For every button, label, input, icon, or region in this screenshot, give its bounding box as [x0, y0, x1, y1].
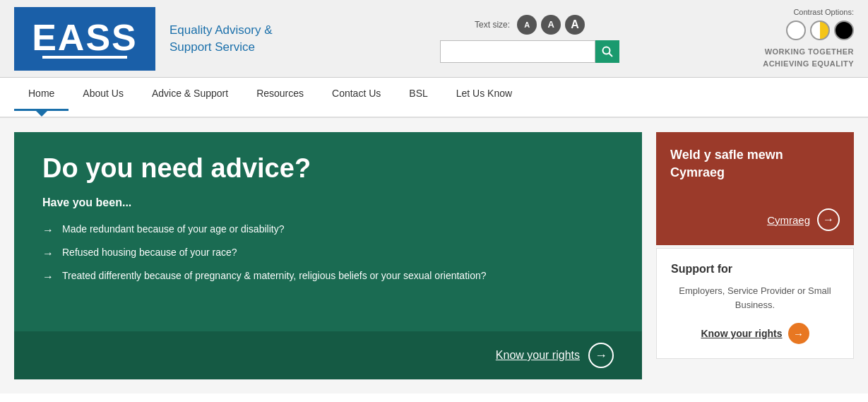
nav-item-resources[interactable]: Resources — [242, 78, 318, 117]
hero-list-item-2-text: Refused housing because of your race? — [62, 247, 237, 258]
svg-point-0 — [603, 47, 610, 54]
arrow-icon-2: → — [42, 247, 54, 260]
text-size-medium-button[interactable]: A — [541, 15, 561, 35]
hero-list-item-3-text: Treated differently because of pregnancy… — [62, 270, 487, 281]
nav-item-advice[interactable]: Advice & Support — [138, 78, 242, 117]
hero-list-item-1: → Made redundant because of your age or … — [42, 223, 614, 237]
nav-item-about[interactable]: About Us — [69, 78, 138, 117]
site-header: EASS Equality Advisory & Support Service… — [0, 0, 868, 78]
text-size-label: Text size: — [475, 20, 510, 30]
welsh-link[interactable]: Cymraeg — [767, 214, 810, 226]
working-together: WORKING TOGETHER ACHIEVING EQUALITY — [763, 46, 854, 69]
welsh-link-row: Cymraeg → — [670, 208, 840, 231]
org-name: Equality Advisory & Support Service — [155, 22, 311, 56]
org-name-line2: Support Service — [170, 40, 255, 54]
hero-subtitle: Have you been... — [42, 196, 614, 209]
nav-item-bsl[interactable]: BSL — [395, 78, 441, 117]
hero-list-item-3: → Treated differently because of pregnan… — [42, 270, 614, 283]
nav-link-about[interactable]: About Us — [69, 78, 138, 109]
nav-item-home[interactable]: Home — [14, 78, 69, 117]
know-rights-link[interactable]: Know your rights — [496, 349, 580, 362]
working-together-line1: WORKING TOGETHER — [765, 47, 854, 56]
support-description: Employers, Service Provider or Small Bus… — [671, 284, 839, 312]
contrast-black-button[interactable] — [834, 20, 854, 40]
contrast-white-button[interactable] — [786, 20, 806, 40]
text-size-large-button[interactable]: A — [565, 15, 585, 35]
support-block: Support for Employers, Service Provider … — [656, 248, 854, 359]
support-know-rights-link[interactable]: Know your rights — [701, 328, 782, 339]
search-row — [440, 40, 619, 63]
contrast-label: Contrast Options: — [793, 8, 854, 16]
support-circle-arrow[interactable]: → — [788, 323, 809, 344]
arrow-icon-3: → — [42, 271, 54, 283]
main-wrapper: Do you need advice? Have you been... → M… — [0, 118, 868, 394]
working-together-line2: ACHIEVING EQUALITY — [763, 59, 854, 68]
support-link-row: Know your rights → — [671, 323, 839, 344]
header-center: Text size: A A A — [311, 15, 749, 63]
nav-link-bsl[interactable]: BSL — [395, 78, 441, 109]
org-name-line1: Equality Advisory & — [170, 23, 273, 37]
logo-text: EASS — [32, 19, 138, 56]
nav-link-home[interactable]: Home — [14, 78, 69, 111]
text-size-row: Text size: A A A — [475, 15, 585, 35]
text-size-small-button[interactable]: A — [517, 15, 537, 35]
hero-footer: Know your rights → — [14, 331, 642, 379]
sidebar: Weld y safle mewn Cymraeg Cymraeg → Supp… — [656, 132, 854, 379]
nav-item-contact[interactable]: Contact Us — [318, 78, 395, 117]
arrow-icon-1: → — [42, 224, 54, 237]
search-icon — [602, 46, 613, 57]
hero-list-item-1-text: Made redundant because of your age or di… — [62, 223, 284, 235]
search-input[interactable] — [440, 40, 595, 63]
logo-block: EASS — [14, 7, 155, 71]
nav-link-contact[interactable]: Contact Us — [318, 78, 395, 109]
support-title: Support for — [671, 263, 839, 276]
hero-list: → Made redundant because of your age or … — [42, 223, 614, 293]
nav-link-advice[interactable]: Advice & Support — [138, 78, 242, 109]
contrast-yellow-button[interactable] — [810, 20, 830, 40]
welsh-block: Weld y safle mewn Cymraeg Cymraeg → — [656, 132, 854, 245]
svg-line-1 — [610, 53, 613, 57]
welsh-title: Weld y safle mewn Cymraeg — [670, 146, 840, 182]
nav-link-letusknow[interactable]: Let Us Know — [442, 78, 526, 109]
welsh-circle-arrow[interactable]: → — [817, 208, 840, 231]
welsh-title-line1: Weld y safle mewn — [670, 148, 783, 162]
hero-title: Do you need advice? — [42, 153, 614, 184]
header-right: Contrast Options: WORKING TOGETHER ACHIE… — [749, 8, 854, 69]
hero-list-item-2: → Refused housing because of your race? — [42, 247, 614, 260]
know-rights-circle-arrow[interactable]: → — [588, 343, 614, 368]
welsh-title-line2: Cymraeg — [670, 165, 725, 179]
nav-item-letusknow[interactable]: Let Us Know — [442, 78, 526, 117]
nav-list: Home About Us Advice & Support Resources… — [14, 78, 854, 117]
hero-banner: Do you need advice? Have you been... → M… — [14, 132, 642, 379]
nav-link-resources[interactable]: Resources — [242, 78, 318, 109]
main-nav: Home About Us Advice & Support Resources… — [0, 78, 868, 118]
search-button[interactable] — [595, 40, 619, 63]
contrast-options — [786, 20, 854, 40]
